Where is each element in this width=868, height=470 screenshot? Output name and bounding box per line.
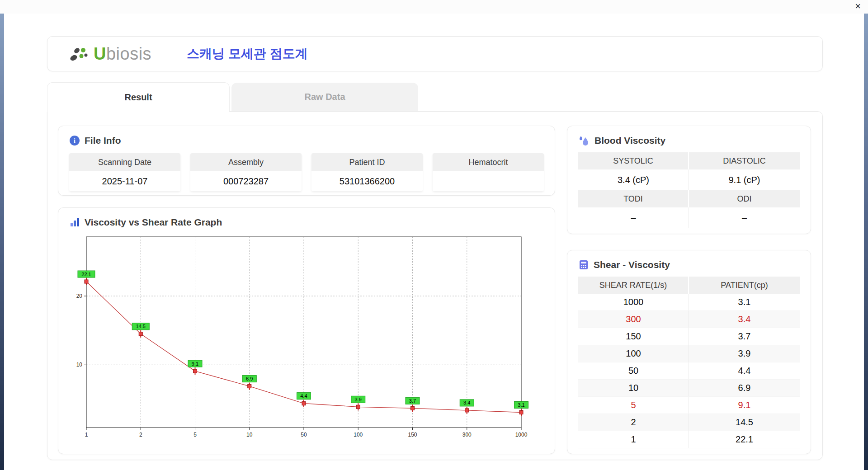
svg-text:150: 150	[408, 432, 417, 438]
file-info-card: i File Info Scanning Date 2025-11-07 Ass…	[58, 126, 555, 196]
calculator-icon	[578, 259, 589, 270]
close-icon[interactable]: ×	[855, 0, 861, 12]
patient-viscosity-value: 3.9	[689, 345, 800, 362]
graph-title-row: Viscosity vs Shear Rate Graph	[69, 217, 544, 228]
field-patient-id: Patient ID 53101366200	[311, 153, 423, 191]
graph-title: Viscosity vs Shear Rate Graph	[85, 217, 222, 228]
blood-viscosity-title-row: Blood Viscosity	[578, 135, 800, 146]
field-value	[433, 171, 544, 191]
bar-chart-icon	[69, 217, 80, 228]
shear-viscosity-title: Shear - Viscosity	[594, 259, 670, 270]
patient-viscosity-value: 6.9	[689, 380, 800, 396]
droplet-icon	[578, 135, 590, 146]
window-titlebar: ×	[0, 0, 868, 14]
tab-result[interactable]: Result	[47, 82, 230, 112]
main-panel: i File Info Scanning Date 2025-11-07 Ass…	[47, 111, 823, 460]
field-label: Hematocrit	[433, 153, 544, 171]
svg-text:20: 20	[76, 293, 83, 299]
patient-viscosity-value: 3.7	[689, 328, 800, 345]
field-scanning-date: Scanning Date 2025-11-07	[69, 153, 180, 191]
shear-rate-value: 300	[578, 311, 689, 328]
blood-viscosity-card: Blood Viscosity SYSTOLIC DIASTOLIC 3.4 (…	[567, 126, 811, 234]
svg-text:50: 50	[301, 432, 307, 438]
todi-value: –	[578, 207, 689, 228]
table-row: 1000 3.1	[578, 294, 800, 311]
table-row: 150 3.7	[578, 328, 800, 345]
field-label: Assembly	[190, 153, 302, 171]
table-row: 300 3.4	[578, 311, 800, 328]
table-row: 5 9.1	[578, 397, 800, 414]
svg-text:1: 1	[85, 432, 88, 438]
svg-text:100: 100	[354, 432, 363, 438]
odi-label: ODI	[689, 190, 800, 207]
svg-text:5: 5	[193, 432, 197, 438]
field-value: 2025-11-07	[69, 171, 180, 191]
patient-viscosity-value: 22.1	[689, 431, 800, 448]
field-assembly: Assembly 000723287	[190, 153, 302, 191]
svg-text:10: 10	[76, 362, 83, 368]
shear-rate-value: 150	[578, 328, 689, 345]
svg-text:300: 300	[462, 432, 472, 438]
field-hematocrit: Hematocrit	[433, 153, 544, 191]
shear-rate-value: 1	[578, 431, 689, 448]
patient-viscosity-value: 4.4	[689, 362, 800, 379]
logo-u: U	[94, 44, 106, 63]
app-window: Ubiosis 스캐닝 모세관 점도계 Result Raw Data i Fi…	[4, 0, 864, 470]
header-card: Ubiosis 스캐닝 모세관 점도계	[47, 36, 823, 71]
patient-viscosity-value: 3.1	[689, 294, 800, 310]
shear-rate-value: 5	[578, 397, 689, 414]
svg-text:9.1: 9.1	[192, 361, 198, 367]
svg-text:i: i	[74, 137, 75, 144]
viscosity-chart: 10201251050100150300100022.114.59.16.94.…	[69, 233, 535, 443]
patient-viscosity-value: 9.1	[689, 397, 800, 414]
shear-rate-value: 2	[578, 414, 689, 431]
systolic-value: 3.4 (cP)	[578, 169, 689, 190]
tab-raw-data[interactable]: Raw Data	[231, 83, 418, 111]
svg-text:3.1: 3.1	[518, 402, 524, 408]
shear-rate-column-header: SHEAR RATE(1/s)	[578, 277, 689, 294]
shear-rate-value: 1000	[578, 294, 689, 310]
desktop-background: Ubiosis 스캐닝 모세관 점도계 Result Raw Data i Fi…	[0, 0, 868, 470]
table-row: 10 6.9	[578, 380, 800, 397]
file-info-title: File Info	[85, 135, 121, 146]
table-body: 1000 3.1 300 3.4 150 3.7 100	[578, 294, 800, 448]
logo-rest: biosis	[106, 44, 151, 63]
svg-text:3.9: 3.9	[355, 397, 362, 402]
field-value: 000723287	[190, 171, 302, 191]
file-fields: Scanning Date 2025-11-07 Assembly 000723…	[69, 153, 544, 191]
shear-rate-value: 10	[578, 380, 689, 396]
svg-text:1000: 1000	[515, 432, 528, 438]
ubiosis-logo-icon	[67, 44, 91, 64]
svg-text:10: 10	[246, 432, 253, 438]
table-header-row: SHEAR RATE(1/s) PATIENT(cp)	[578, 277, 800, 294]
table-row: 50 4.4	[578, 362, 800, 380]
shear-rate-value: 50	[578, 362, 689, 379]
logo-text: Ubiosis	[94, 44, 151, 64]
diastolic-label: DIASTOLIC	[689, 152, 800, 169]
field-label: Scanning Date	[69, 153, 180, 171]
svg-text:6.9: 6.9	[246, 376, 253, 381]
svg-text:2: 2	[139, 432, 142, 438]
patient-viscosity-value: 3.4	[689, 311, 800, 328]
svg-text:4.4: 4.4	[300, 393, 307, 399]
field-value: 53101366200	[311, 171, 423, 191]
page-title: 스캐닝 모세관 점도계	[187, 45, 308, 62]
patient-column-header: PATIENT(cp)	[689, 277, 800, 294]
svg-text:3.7: 3.7	[409, 398, 416, 404]
ubiosis-logo: Ubiosis	[67, 44, 151, 64]
odi-value: –	[689, 207, 800, 228]
svg-text:22.1: 22.1	[81, 272, 91, 277]
field-label: Patient ID	[311, 153, 423, 171]
table-row: 100 3.9	[578, 345, 800, 362]
diastolic-value: 9.1 (cP)	[689, 169, 800, 190]
table-row: 2 14.5	[578, 414, 800, 431]
todi-label: TODI	[578, 190, 689, 207]
table-row: 1 22.1	[578, 431, 800, 448]
svg-text:3.4: 3.4	[463, 400, 470, 405]
blood-viscosity-grid: SYSTOLIC DIASTOLIC 3.4 (cP) 9.1 (cP) TOD…	[578, 152, 800, 228]
systolic-label: SYSTOLIC	[578, 152, 689, 169]
graph-card: Viscosity vs Shear Rate Graph 1020125105…	[58, 207, 555, 454]
shear-rate-value: 100	[578, 345, 689, 362]
patient-viscosity-value: 14.5	[689, 414, 800, 431]
shear-viscosity-title-row: Shear - Viscosity	[578, 259, 800, 270]
